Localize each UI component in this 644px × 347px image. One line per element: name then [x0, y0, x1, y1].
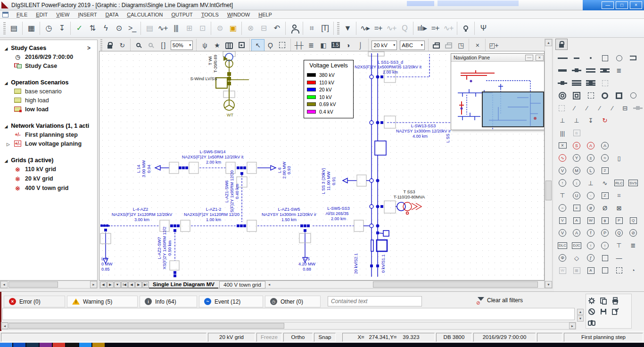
- w-box-icon[interactable]: W: [555, 264, 570, 277]
- dlc-box-icon[interactable]: DLC: [555, 240, 570, 252]
- a-box-icon[interactable]: A: [584, 264, 598, 277]
- library-icon[interactable]: |||: [555, 127, 570, 139]
- canvas-vscrollbar[interactable]: ▲ ▼: [545, 39, 553, 289]
- grey-node-icon[interactable]: [631, 102, 644, 114]
- inverter-icon[interactable]: ≈: [598, 152, 612, 164]
- plug-icon[interactable]: Ψ: [477, 21, 490, 35]
- meter-w-icon[interactable]: W: [584, 215, 598, 227]
- motor-lv-icon[interactable]: L: [584, 165, 598, 177]
- select-cursor-icon[interactable]: ↖: [252, 40, 264, 51]
- winding-2-icon[interactable]: 2: [598, 165, 612, 177]
- scale-icon[interactable]: 1.5: [330, 40, 342, 51]
- tab-first-icon[interactable]: I◀: [121, 281, 128, 288]
- sidebar-section-header[interactable]: Network Variations (1, 1 acti: [3, 122, 97, 130]
- relay-v-icon[interactable]: V: [555, 227, 570, 239]
- meter-phi-icon[interactable]: ϕ: [598, 215, 612, 227]
- round-square-tool-icon[interactable]: [612, 264, 626, 277]
- select-region-icon[interactable]: ⌗: [305, 21, 318, 35]
- fuse-icon[interactable]: ⊟: [619, 102, 631, 114]
- tab-single-line-diagram[interactable]: Single Line Diagram MV: [149, 281, 218, 289]
- emt-events-icon[interactable]: =+: [429, 21, 442, 35]
- output-hscrollbar[interactable]: ◄ ►: [1, 322, 576, 330]
- contained-text-input[interactable]: [328, 296, 422, 306]
- battery-icon[interactable]: ▯: [612, 152, 626, 164]
- pan-icon[interactable]: ψ: [198, 40, 211, 51]
- layers-icon[interactable]: ≣: [305, 40, 317, 51]
- diagram-canvas[interactable]: L SS1-SS3_dN2XS(F)2Y 1x500RM/35 12/20kV …: [99, 51, 545, 281]
- phase-select[interactable]: ABC▾: [400, 41, 424, 50]
- mutual-impedance-icon[interactable]: ⌗: [612, 190, 626, 202]
- navpane-close-icon[interactable]: ×: [536, 55, 544, 61]
- section-action[interactable]: >: [87, 45, 91, 51]
- meter-p-icon[interactable]: P: [612, 215, 626, 227]
- menu-view[interactable]: VIEW: [52, 11, 74, 18]
- clear-all-filters-button[interactable]: Clear all filters: [478, 297, 523, 304]
- expander-icon[interactable]: [5, 157, 11, 164]
- gen-v-icon[interactable]: V: [555, 165, 570, 177]
- print-icon[interactable]: [430, 40, 442, 51]
- filter-triangle-icon[interactable]: ▼: [341, 21, 354, 35]
- sidebar-item-low-load[interactable]: low load: [3, 105, 97, 114]
- ac-voltage-source-icon[interactable]: ∿: [555, 152, 570, 164]
- relay-block-icon[interactable]: ⊘: [626, 227, 640, 239]
- rms-events-icon[interactable]: =+: [372, 21, 385, 35]
- square-bold-icon[interactable]: [612, 90, 626, 102]
- scroll-right-icon[interactable]: ►: [569, 322, 576, 329]
- light-icon[interactable]: [459, 21, 472, 35]
- graphics-lock-icon[interactable]: [555, 39, 568, 50]
- filter-tab-other[interactable]: Other (0): [265, 296, 321, 307]
- circle-thin-icon[interactable]: [626, 90, 640, 102]
- triple-line-switch-icon[interactable]: [584, 77, 598, 89]
- switch-load-icon[interactable]: ∕: [594, 102, 606, 114]
- shunt-t-icon[interactable]: ⊤: [555, 190, 570, 202]
- dotted-branch-icon[interactable]: [598, 77, 612, 89]
- tab-scroll-right-icon[interactable]: ▶: [107, 281, 114, 288]
- find-icon[interactable]: [588, 319, 595, 326]
- meter-a-icon[interactable]: A: [570, 215, 584, 227]
- db-update-icon[interactable]: ⊜: [213, 21, 226, 35]
- undo-icon[interactable]: ↶: [270, 21, 283, 35]
- navigation-minimap[interactable]: [451, 62, 545, 130]
- navigation-pane[interactable]: Navigation Pane — ×: [451, 53, 545, 130]
- motor-mv-icon[interactable]: M: [570, 165, 584, 177]
- taskbar-app-6[interactable]: [79, 343, 91, 347]
- minimap-viewport[interactable]: [482, 92, 544, 127]
- ground-electrode-icon[interactable]: ⊥: [570, 115, 584, 127]
- ground-switch-icon[interactable]: ⊥: [555, 115, 570, 127]
- breaker-box[interactable]: [375, 141, 386, 155]
- sidebar-item-110-kv-grid[interactable]: 110 kV grid: [3, 165, 97, 174]
- shunt-filter-icon[interactable]: ⊥: [584, 177, 598, 189]
- taskbar-app-5[interactable]: [66, 343, 78, 347]
- user-icon[interactable]: [288, 21, 301, 35]
- sidebar-section-header[interactable]: Study Cases>: [3, 44, 97, 52]
- asynchronous-machine-icon[interactable]: A: [584, 140, 598, 152]
- tab-scroll-left-icon[interactable]: ◀: [100, 281, 107, 288]
- bus-short-icon[interactable]: [570, 52, 584, 64]
- bus-long-icon[interactable]: [555, 52, 570, 64]
- sidebar-item-2016-9-29-7-00-00[interactable]: 2016/9/29 7:00:00: [3, 52, 97, 61]
- label-b-icon[interactable]: B: [570, 127, 584, 139]
- scroll-thumb[interactable]: [8, 281, 58, 288]
- break-icon[interactable]: ⊗: [244, 21, 257, 35]
- status-freeze[interactable]: Freeze: [256, 333, 282, 342]
- expander-icon[interactable]: [5, 79, 11, 86]
- meter-v-icon[interactable]: V: [555, 215, 570, 227]
- data-manager-icon[interactable]: ▦: [25, 21, 38, 35]
- page-rotate-icon[interactable]: ◳: [454, 40, 467, 51]
- print-icon[interactable]: [611, 297, 619, 305]
- double-line-switch-icon[interactable]: [598, 65, 612, 77]
- tab-list-icon[interactable]: ▼: [114, 281, 121, 288]
- asynchronous-machine-box-icon[interactable]: A: [598, 140, 612, 152]
- reset-calculation-icon[interactable]: ⊟: [257, 21, 270, 35]
- freq-circle-icon[interactable]: ƒ: [584, 252, 598, 264]
- rectifier-icon[interactable]: ≡: [570, 202, 584, 214]
- rect-symbol-icon[interactable]: [598, 52, 612, 64]
- print-preview-icon[interactable]: [442, 40, 454, 51]
- zoom-in-icon[interactable]: [132, 40, 145, 51]
- sidebar-item-low-voltage-planing[interactable]: Low voltage planing: [3, 139, 97, 148]
- refresh-icon[interactable]: ↻: [116, 40, 128, 51]
- canvas-hscroll-thumb[interactable]: [373, 281, 538, 288]
- report-icon[interactable]: ▤: [143, 21, 156, 35]
- tab-400v-town-grid[interactable]: 400 V town grid: [219, 281, 265, 289]
- scroll-thumb[interactable]: [545, 181, 552, 200]
